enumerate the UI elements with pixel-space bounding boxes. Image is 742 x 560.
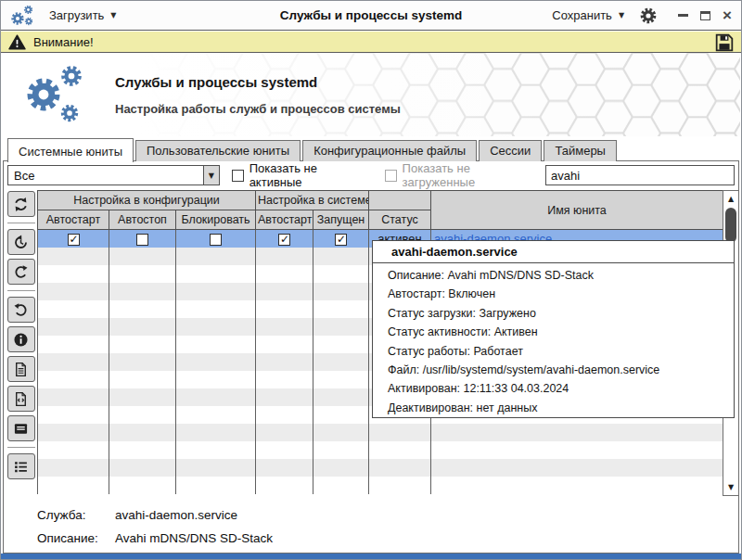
column-header-running[interactable]: Запущен: [313, 210, 369, 230]
checkbox-disabled: [385, 170, 397, 182]
show-unloaded-label: Показать не загруженные: [403, 161, 545, 189]
checkbox-checked[interactable]: [68, 234, 80, 246]
service-label: Служба:: [37, 508, 115, 522]
edit-unit-file-button[interactable]: [7, 386, 35, 412]
tab-1[interactable]: Системные юниты: [7, 138, 134, 162]
description-label: Описание:: [37, 531, 115, 545]
save-menu-label: Сохранить: [552, 8, 612, 22]
chevron-down-icon[interactable]: ▼: [203, 166, 219, 185]
scroll-up-button[interactable]: ▲: [723, 192, 738, 206]
app-gears-icon: [10, 5, 36, 27]
empty-row: [38, 477, 723, 494]
page-title: Службы и процессы systemd: [115, 74, 401, 90]
column-header-block[interactable]: Блокировать: [176, 210, 256, 230]
show-inactive-checkbox[interactable]: Показать не активные: [232, 161, 373, 189]
chevron-down-icon: ▼: [110, 11, 116, 19]
show-inactive-label: Показать не активные: [249, 161, 373, 189]
tooltip-line: Статус работы: Работает: [388, 342, 728, 361]
titlebar: Загрузить ▼ Службы и процессы systemd Со…: [1, 1, 741, 31]
tooltip-line: Деактивирован: нет данных: [388, 399, 728, 417]
tooltip-lines: Описание: Avahi mDNS/DNS SD-StackАвтоста…: [373, 263, 734, 417]
unit-tooltip: avahi-daemon.service Описание: Avahi mDN…: [372, 240, 735, 418]
column-header-autostart-system[interactable]: Автостарт: [256, 210, 313, 230]
checkbox-checked[interactable]: [278, 234, 290, 246]
minimize-button[interactable]: [678, 14, 688, 17]
file-icon: [13, 362, 29, 377]
scroll-down-button[interactable]: ▼: [723, 480, 738, 494]
tooltip-line: Описание: Avahi mDNS/DNS SD-Stack: [388, 266, 728, 285]
toolbar-separator: [7, 290, 35, 291]
redo-icon: [13, 264, 29, 280]
unit-list-button[interactable]: [7, 453, 35, 479]
empty-row: [38, 441, 723, 459]
tooltip-line: Статус активности: Активен: [388, 323, 728, 341]
app-window: Загрузить ▼ Службы и процессы systemd Со…: [0, 0, 742, 560]
refresh-button[interactable]: [7, 191, 35, 217]
close-button[interactable]: ×: [723, 11, 732, 20]
save-floppy-icon[interactable]: [715, 33, 734, 51]
view-file-button[interactable]: [7, 356, 35, 382]
scrollbar-thumb[interactable]: [725, 208, 736, 243]
service-value: avahi-daemon.service: [115, 508, 237, 522]
toolbar-separator: [7, 223, 35, 223]
page-subtitle: Настройка работы служб и процессов систе…: [115, 102, 401, 116]
tab-3[interactable]: Конфигурационные файлы: [302, 140, 477, 161]
show-unloaded-checkbox: Показать не загруженные: [385, 161, 545, 189]
column-header-unit-name[interactable]: Имя юнита: [431, 191, 723, 230]
group-header-spacer: [369, 191, 431, 210]
history-restore-icon: [13, 235, 29, 250]
save-menu-button[interactable]: Сохранить ▼: [552, 8, 624, 22]
tab-bar: Системные юнитыПользовательские юнитыКон…: [7, 136, 619, 161]
toolbar-separator: [7, 447, 35, 448]
checkbox-checked[interactable]: [335, 234, 347, 246]
history-restore-button[interactable]: [7, 229, 35, 255]
checkbox-unchecked[interactable]: [210, 234, 222, 246]
settings-gear-icon[interactable]: [639, 6, 658, 25]
tab-4[interactable]: Сессии: [479, 140, 542, 161]
search-input[interactable]: [545, 165, 735, 185]
window-controls: ×: [678, 11, 732, 20]
undo-icon: [13, 302, 29, 318]
tooltip-line: Автостарт: Включен: [388, 285, 728, 303]
unit-filter-value: Все: [8, 169, 203, 183]
tooltip-line: Статус загрузки: Загружено: [388, 304, 728, 323]
selection-info: Служба: avahi-daemon.service Описание: A…: [37, 508, 273, 554]
info-icon: [13, 332, 29, 348]
action-toolbar: [5, 190, 37, 496]
info-button[interactable]: [7, 326, 35, 352]
column-header-autostart-config[interactable]: Автостарт: [38, 210, 109, 230]
filter-row: Все ▼ Показать не активные Показать не з…: [7, 164, 735, 186]
header-banner: Службы и процессы systemd Настройка рабо…: [2, 53, 740, 136]
chevron-down-icon: ▼: [619, 11, 624, 19]
column-header-status[interactable]: Статус: [369, 210, 431, 230]
empty-row: [38, 459, 723, 477]
load-menu-button[interactable]: Загрузить ▼: [49, 8, 117, 22]
tab-5[interactable]: Таймеры: [544, 140, 617, 161]
warning-bar: Внимание!: [1, 32, 741, 53]
warning-triangle-icon: [8, 34, 26, 50]
checkbox-unchecked[interactable]: [232, 170, 244, 182]
window-title: Службы и процессы systemd: [280, 8, 462, 22]
column-header-autostop[interactable]: Автостоп: [109, 210, 176, 230]
group-header-system: Настройка в системе: [256, 191, 369, 210]
tooltip-title: avahi-daemon.service: [373, 241, 734, 263]
tab-2[interactable]: Пользовательские юниты: [135, 140, 301, 161]
list-icon: [13, 459, 29, 475]
gears-logo-icon: [24, 62, 87, 125]
group-header-config: Настройка в конфигурации: [38, 191, 256, 210]
journal-output-button[interactable]: [7, 415, 35, 441]
undo-button[interactable]: [7, 297, 35, 323]
maximize-button[interactable]: [700, 11, 710, 20]
tooltip-line: Активирован: 12:11:33 04.03.2024: [388, 379, 728, 398]
window-bottom-edge: [1, 554, 741, 559]
file-code-icon: [13, 391, 29, 407]
empty-row: [38, 424, 723, 441]
redo-button[interactable]: [7, 259, 35, 285]
tooltip-line: Файл: /usr/lib/systemd/system/avahi-daem…: [388, 361, 728, 379]
load-menu-label: Загрузить: [49, 8, 104, 22]
warning-text: Внимание!: [33, 35, 94, 49]
description-value: Avahi mDNS/DNS SD-Stack: [115, 531, 273, 545]
console-icon: [13, 421, 29, 437]
checkbox-unchecked[interactable]: [136, 234, 148, 246]
unit-filter-select[interactable]: Все ▼: [7, 165, 220, 185]
